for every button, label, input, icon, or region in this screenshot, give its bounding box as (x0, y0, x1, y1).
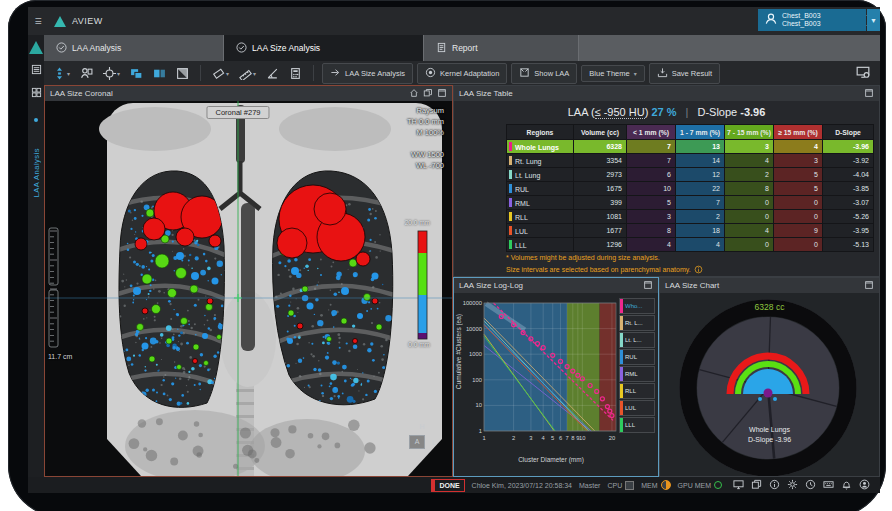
layout-compare-icon[interactable] (150, 65, 169, 82)
size-chart-panel-header[interactable]: LAA Size Chart (660, 278, 879, 293)
tab-laa-size-analysis[interactable]: LAA Size Analysis (224, 35, 424, 61)
loglog-panel-title: LAA Size Log-Log (459, 281, 523, 290)
table-row-rt-lung[interactable]: Rt. Lung335471443-3.92 (507, 154, 874, 168)
table-row-rll[interactable]: RLL10813200-5.26 (507, 210, 874, 224)
report-icon (436, 42, 447, 55)
column-header[interactable]: < 1 mm (%) (627, 125, 676, 140)
legend-item-lll[interactable]: LLL (619, 417, 655, 433)
region-cell: Whole Lungs (507, 140, 574, 154)
orientation-box-label[interactable]: A (409, 435, 425, 449)
legend-item-rt-lung[interactable]: Rt. L... (619, 315, 655, 331)
value-cell: 9 (774, 224, 823, 238)
rail-workflow-label[interactable]: LAA Analysis (32, 148, 41, 197)
gpu-indicator-icon (714, 481, 722, 489)
ct-image[interactable] (45, 101, 452, 476)
display-settings-icon[interactable] (856, 65, 870, 81)
eraser-icon[interactable]: ▾ (209, 65, 232, 82)
svg-text:1: 1 (479, 428, 482, 434)
table-row-lt-lung[interactable]: Lt. Lung297361225-4.04 (507, 168, 874, 182)
pan-icon[interactable]: ▾ (50, 65, 73, 82)
window-level-icon[interactable] (173, 65, 192, 82)
table-row-whole-lungs[interactable]: Whole Lungs632871334-3.96 (507, 140, 874, 154)
laa-headline: LAA (≤ -950 HU) 27 % | D-Slope -3.96 (454, 106, 879, 118)
legend-item-rll[interactable]: RLL (619, 383, 655, 399)
bell-icon[interactable] (841, 479, 852, 491)
maximize-panel-icon[interactable] (639, 280, 653, 292)
maximize-panel-icon[interactable] (860, 88, 874, 100)
coronal-panel-header[interactable]: LAA Size Coronal (45, 86, 452, 101)
table-row-lll[interactable]: LLL12964400-5.13 (507, 238, 874, 252)
layout-grid-icon[interactable] (31, 87, 42, 100)
tab-report[interactable]: Report (424, 35, 579, 61)
display-icon[interactable] (733, 479, 744, 491)
info-icon[interactable] (769, 479, 780, 491)
value-cell: 13 (676, 140, 725, 154)
size-chart[interactable] (660, 293, 879, 478)
tab-laa-analysis[interactable]: LAA Analysis (44, 35, 224, 61)
status-done-badge: DONE (431, 479, 464, 492)
layout-windows-icon[interactable] (127, 65, 146, 82)
value-cell: -4.04 (823, 168, 874, 182)
save-result-button[interactable]: Save Result (649, 63, 720, 84)
crosshair-icon[interactable]: ▾ (100, 65, 123, 82)
svg-text:7: 7 (565, 435, 568, 441)
legend-item-rul[interactable]: RUL (619, 349, 655, 365)
show-laa-button[interactable]: Show LAA (511, 63, 577, 84)
theme-select[interactable]: Blue Theme▾ (581, 65, 644, 82)
laa-size-analysis-button[interactable]: LAA Size Analysis (322, 63, 413, 84)
table-row-rul[interactable]: RUL1675102285-3.85 (507, 182, 874, 196)
kernel-adaptation-button[interactable]: Kernel Adaptation (417, 63, 507, 84)
gear-icon[interactable] (787, 479, 798, 491)
orientation-right-label: L (429, 439, 439, 446)
ct-viewport[interactable]: Coronal #279 Raysum TH 0.0 mm M 100% WW … (45, 101, 452, 476)
column-header[interactable]: 1 - 7 mm (%) (676, 125, 725, 140)
layout-list-icon[interactable] (31, 64, 42, 77)
ruler-icon[interactable]: ▾ (236, 65, 259, 82)
loglog-panel: LAA Size Log-Log 12345678910201101001000… (453, 277, 659, 477)
user-icon[interactable] (859, 479, 870, 491)
hamburger-menu-icon[interactable]: ☰ (30, 17, 46, 26)
patient-info-icon[interactable] (77, 65, 96, 82)
table-header-row: RegionsVolume (cc)< 1 mm (%)1 - 7 mm (%)… (507, 125, 874, 140)
check-circle-icon (236, 42, 247, 55)
info-icon[interactable] (691, 266, 703, 273)
value-cell: 3 (725, 140, 774, 154)
legend-item-lul[interactable]: LUL (619, 400, 655, 416)
column-header[interactable]: ≥ 15 mm (%) (774, 125, 823, 140)
region-cell: RLL (507, 210, 574, 224)
donut-volume-label: 6328 cc (660, 302, 879, 312)
patient-dropdown-caret[interactable]: ▼ (867, 9, 880, 31)
legend-item-lt-lung[interactable]: Lt. L... (619, 332, 655, 348)
table-panel-header[interactable]: LAA Size Table (454, 86, 879, 101)
legend-item-rml[interactable]: RML (619, 366, 655, 382)
overlay-render-info: Raysum TH 0.0 mm M 100% (407, 105, 444, 138)
value-cell: 22 (676, 182, 725, 196)
column-header[interactable]: Regions (507, 125, 574, 140)
cascade-icon[interactable] (419, 88, 433, 100)
loglog-panel-header[interactable]: LAA Size Log-Log (454, 278, 658, 293)
copy-icon[interactable] (751, 479, 762, 491)
keyboard-icon[interactable] (823, 479, 834, 491)
patient-selector[interactable]: Chest_B003 Chest_B003 (758, 9, 866, 31)
patient-id-line1: Chest_B003 (782, 12, 821, 21)
column-header[interactable]: 7 - 15 mm (%) (725, 125, 774, 140)
svg-text:1000: 1000 (469, 351, 482, 357)
history-icon[interactable] (805, 479, 816, 491)
legend-item-whole-lungs[interactable]: Who... (619, 298, 655, 314)
angle-icon[interactable] (263, 65, 282, 82)
table-row-lul[interactable]: LUL167781849-3.95 (507, 224, 874, 238)
maximize-panel-icon[interactable] (433, 88, 447, 100)
patient-icon (764, 12, 778, 28)
hu-threshold[interactable]: ≤ -950 HU (595, 106, 645, 119)
calculator-icon[interactable] (286, 65, 305, 82)
value-cell: 7 (627, 154, 676, 168)
value-cell: 2 (676, 210, 725, 224)
region-color-marker (509, 198, 512, 207)
home-icon[interactable] (405, 88, 419, 100)
column-header[interactable]: D-Slope (823, 125, 874, 140)
column-header[interactable]: Volume (cc) (574, 125, 627, 140)
maximize-panel-icon[interactable] (860, 280, 874, 292)
value-cell: 399 (574, 196, 627, 210)
region-cell: RML (507, 196, 574, 210)
table-row-rml[interactable]: RML3995700-3.07 (507, 196, 874, 210)
